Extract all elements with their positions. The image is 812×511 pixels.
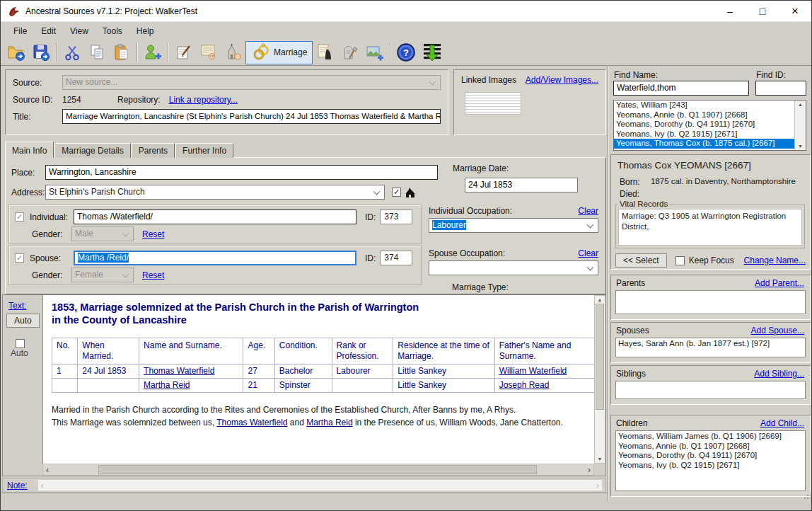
bride-name-link[interactable]: Martha Reid	[306, 418, 352, 427]
menu-edit[interactable]: Edit	[34, 23, 63, 39]
change-name-link[interactable]: Change Name...	[744, 256, 806, 265]
menu-help[interactable]: Help	[129, 23, 161, 39]
church-address-icon[interactable]	[405, 187, 417, 198]
groom-father-link[interactable]: William Waterfield	[499, 366, 567, 376]
bride-father-link[interactable]: Joseph Read	[499, 380, 550, 390]
spouse-gender-label: Gender:	[32, 270, 71, 280]
linked-image-thumbnail[interactable]	[465, 92, 521, 115]
burial-entry-button[interactable]	[337, 41, 362, 64]
spouse-reset-link[interactable]: Reset	[142, 270, 164, 280]
text-note-button[interactable]	[171, 41, 196, 64]
scroll-up-icon[interactable]: ▲	[598, 297, 603, 302]
list-item[interactable]: Yeomans, Ivy (b. Q2 1915) [2671]	[614, 130, 806, 139]
toolbar-separator	[137, 42, 137, 62]
groom-name-link[interactable]: Thomas Waterfield	[144, 366, 214, 376]
list-item[interactable]: Yeomans, Ivy (b. Q2 1915) [2671]	[618, 461, 803, 471]
marriage-date-input[interactable]: 24 Jul 1853	[465, 178, 578, 193]
note-link[interactable]: Note:	[7, 481, 28, 490]
spouse-occupation-combobox[interactable]	[429, 260, 598, 275]
list-item[interactable]: Yates, William [243]	[614, 101, 806, 110]
born-label: Born:	[620, 177, 640, 187]
individual-reset-link[interactable]: Reset	[142, 229, 164, 239]
list-item[interactable]: Yeomans, William James (b. Q1 1906) [266…	[618, 432, 803, 442]
birth-entry-button[interactable]	[196, 41, 221, 64]
death-entry-button[interactable]	[313, 41, 337, 64]
tab-strip: Main Info Marriage Details Parents Furth…	[5, 142, 234, 158]
add-child-link[interactable]: Add Child...	[760, 418, 804, 428]
spouse-occupation-clear-link[interactable]: Clear	[578, 248, 598, 258]
scroll-down-icon[interactable]: ▼	[798, 144, 803, 149]
menu-tools[interactable]: Tools	[95, 23, 129, 39]
link-repository-link[interactable]: Link a repository...	[169, 95, 238, 105]
list-item[interactable]: Yeomans, Dorothy (b. Q4 1911) [2670]	[618, 451, 803, 461]
photo-plus-icon	[365, 42, 385, 62]
open-project-button[interactable]	[4, 41, 28, 64]
save-project-button[interactable]	[28, 41, 53, 64]
baptism-entry-button[interactable]	[221, 41, 245, 64]
copy-documents-icon	[87, 42, 107, 62]
minimize-button[interactable]: –	[714, 1, 746, 21]
cell-age: 21	[243, 379, 274, 393]
bride-name-link[interactable]: Martha Reid	[144, 380, 190, 390]
death-certificate-icon	[315, 42, 335, 62]
find-id-input[interactable]	[755, 81, 806, 96]
resize-grip[interactable]	[804, 493, 811, 500]
parents-list[interactable]	[615, 290, 806, 314]
tab-marriage-details[interactable]: Marriage Details	[54, 143, 130, 158]
tab-main-info[interactable]: Main Info	[5, 142, 54, 158]
add-sibling-link[interactable]: Add Sibling...	[754, 369, 804, 379]
list-item[interactable]: Yeomans, Annie (b. Q1 1907) [2668]	[614, 110, 806, 120]
list-item[interactable]: Hayes, Sarah Ann (b. Jan 1877 est.) [972…	[618, 339, 803, 349]
text-link[interactable]: Text:	[8, 301, 26, 311]
add-parent-link[interactable]: Add Parent...	[755, 278, 804, 288]
keep-focus-checkbox[interactable]	[675, 256, 685, 265]
tab-further-info[interactable]: Further Info	[175, 143, 233, 158]
marriage-button-label: Marriage	[274, 47, 307, 57]
address-combobox[interactable]: St Elphin's Parish Church	[45, 185, 385, 200]
auto-text-button[interactable]: Auto	[6, 314, 40, 328]
results-scrollbar[interactable]: ▲ ▼	[794, 101, 806, 150]
marriage-entry-button[interactable]: Marriage	[245, 41, 313, 64]
church-baby-icon	[224, 42, 243, 62]
spouses-label: Spouses	[616, 326, 649, 335]
siblings-list[interactable]	[615, 381, 806, 399]
document-horizontal-scrollbar[interactable]: ‹ ›	[42, 464, 594, 476]
scroll-right-icon[interactable]: ›	[588, 465, 591, 475]
document-vertical-scrollbar[interactable]: ▲ ▼	[594, 295, 605, 464]
close-button[interactable]: ×	[779, 1, 811, 21]
copy-button[interactable]	[84, 41, 109, 64]
maximize-button[interactable]: □	[746, 1, 779, 21]
add-image-button[interactable]	[362, 41, 387, 64]
menu-file[interactable]: File	[6, 23, 34, 39]
scroll-thumb[interactable]	[98, 465, 537, 474]
scroll-thumb[interactable]	[596, 304, 604, 410]
scroll-left-icon[interactable]: ‹	[46, 465, 49, 475]
add-spouse-link[interactable]: Add Spouse...	[751, 326, 804, 335]
cell-name: Martha Reid	[139, 379, 243, 393]
spouse-name-input[interactable]: Martha /Reid/	[74, 251, 356, 265]
list-item[interactable]: Yeomans, Annie (b. Q1 1907) [2668]	[618, 442, 803, 452]
scroll-down-icon[interactable]: ▼	[598, 457, 603, 461]
paste-button[interactable]	[109, 41, 134, 64]
menu-view[interactable]: View	[63, 23, 95, 39]
add-person-button[interactable]	[140, 41, 165, 64]
spouses-panel: Spouses Add Spouse... Hayes, Sarah Ann (…	[610, 322, 811, 363]
add-view-images-link[interactable]: Add/View Images...	[526, 75, 598, 85]
auto-checkbox[interactable]	[16, 339, 25, 348]
title-input[interactable]: Marriage Warrington, Lancashire (St Elph…	[62, 109, 441, 124]
individual-name-input[interactable]: Thomas /Waterfield/	[74, 209, 356, 224]
scroll-up-icon[interactable]: ▲	[798, 102, 803, 107]
individual-occupation-combobox[interactable]: Labourer	[429, 218, 598, 233]
address-confirm-checkbox[interactable]: ✓	[392, 188, 401, 197]
cut-button[interactable]	[59, 41, 84, 64]
groom-name-link[interactable]: Thomas Waterfield	[216, 418, 287, 427]
tab-parents[interactable]: Parents	[132, 143, 175, 158]
import-gedcom-button[interactable]	[418, 41, 446, 64]
help-button[interactable]: ?	[393, 41, 418, 64]
list-item[interactable]: Yeomans, Dorothy (b. Q4 1911) [2670]	[614, 120, 806, 130]
individual-occupation-clear-link[interactable]: Clear	[578, 206, 598, 216]
list-item-selected[interactable]: Yeomans, Thomas Cox (b. 1875 cal.) [2667…	[614, 139, 806, 149]
select-person-button[interactable]: << Select	[615, 253, 667, 268]
place-input[interactable]: Warrington, Lancashire	[45, 165, 438, 180]
find-name-input[interactable]: Waterfield,thom	[613, 81, 749, 96]
